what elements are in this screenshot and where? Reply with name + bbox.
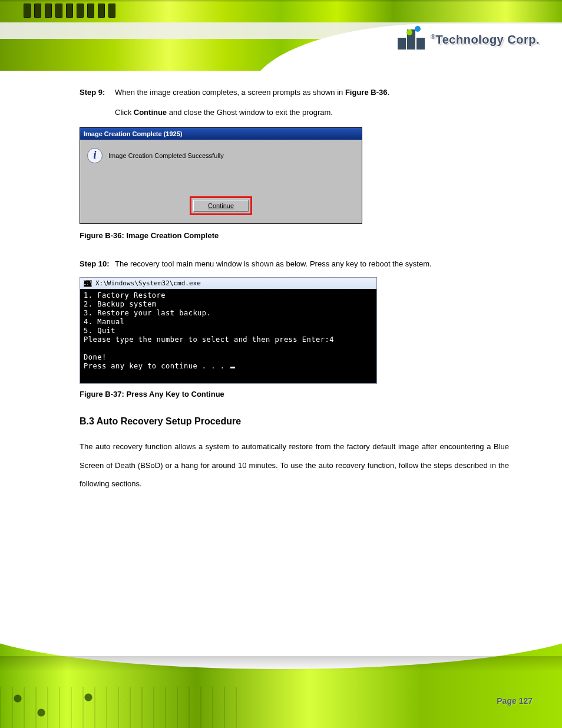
footer-decor-pcb bbox=[0, 687, 247, 728]
brand-block: ®Technology Corp. bbox=[398, 29, 540, 50]
cmd-titlebar: C:\ X:\Windows\System32\cmd.exe bbox=[80, 278, 376, 289]
section-title: B.3 Auto Recovery Setup Procedure bbox=[80, 416, 509, 427]
page-content: Step 9: When the image creation complete… bbox=[0, 71, 562, 493]
section-body: The auto recovery function allows a syst… bbox=[80, 437, 509, 493]
figure-37-caption: Figure B-37: Press Any Key to Continue bbox=[80, 390, 509, 398]
cmd-body: 1. Factory Restore 2. Backup system 3. R… bbox=[80, 289, 376, 383]
step-9-line1: When the image creation completes, a scr… bbox=[115, 88, 389, 97]
cursor-icon bbox=[230, 367, 235, 368]
continue-button[interactable]: Continue bbox=[193, 200, 249, 212]
step-10-number: Step 10: bbox=[80, 254, 110, 274]
logo-icon bbox=[398, 29, 425, 50]
ghost-message: Image Creation Completed Successfully bbox=[108, 152, 224, 159]
step-9-line2: Click Continue and close the Ghost windo… bbox=[115, 108, 333, 117]
footer-shadow bbox=[0, 656, 562, 671]
brand-text: ®Technology Corp. bbox=[431, 33, 540, 47]
ghost-titlebar: Image Creation Complete (1925) bbox=[80, 128, 362, 140]
header-decor-chips bbox=[24, 4, 256, 21]
page-number: Page 127 bbox=[497, 696, 533, 706]
page-header: ®Technology Corp. bbox=[0, 0, 562, 71]
figure-cmd-window: C:\ X:\Windows\System32\cmd.exe 1. Facto… bbox=[80, 277, 377, 384]
figure-ghost-dialog: Image Creation Complete (1925) i Image C… bbox=[80, 127, 362, 224]
step-10-text: The recovery tool main menu window is sh… bbox=[115, 259, 432, 268]
continue-button-highlight: Continue bbox=[190, 196, 252, 215]
cmd-icon: C:\ bbox=[84, 280, 92, 287]
cmd-title-text: X:\Windows\System32\cmd.exe bbox=[95, 279, 201, 287]
step-10: Step 10: The recovery tool main menu win… bbox=[80, 254, 509, 274]
page-footer: Page 127 bbox=[0, 622, 562, 728]
figure-36-caption: Figure B-36: Image Creation Complete bbox=[80, 231, 509, 240]
step-9: Step 9: When the image creation complete… bbox=[80, 83, 509, 123]
info-icon: i bbox=[87, 148, 103, 163]
step-9-number: Step 9: bbox=[80, 83, 105, 103]
